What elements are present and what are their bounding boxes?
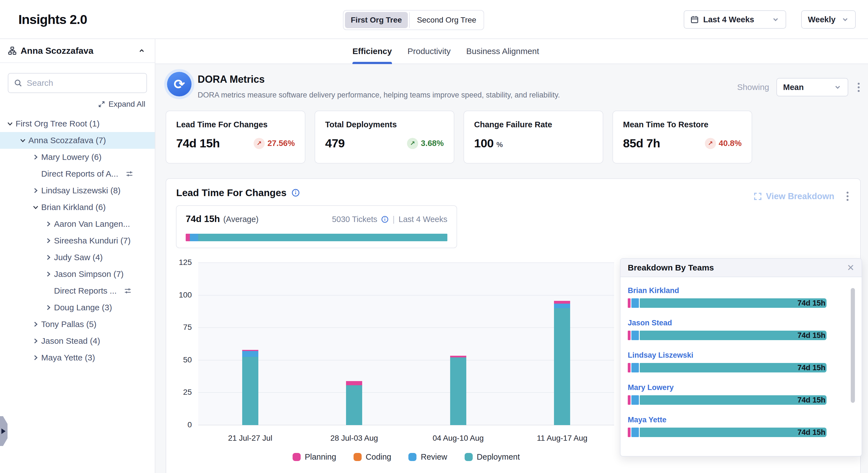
dora-menu-kebab[interactable] [856,81,862,94]
granularity-dropdown[interactable]: Weekly [801,10,856,29]
team-value-label: 74d 15h [797,427,826,437]
stacked-bar-3[interactable] [450,356,466,425]
tree-item-3[interactable]: Mary Lowery (6) [0,149,155,166]
chart-menu-kebab[interactable] [844,189,851,203]
org-tree-option-2[interactable]: Second Org Tree [410,10,484,30]
team-link-5[interactable]: Maya Yette [628,416,666,424]
stacked-bar-4[interactable] [554,301,570,425]
breakdown-panel-header: Breakdown By Teams ✕ [621,259,862,277]
chevron-right-icon[interactable] [30,337,41,344]
gridline-75 [198,327,614,328]
lead-time-summary: 74d 15h (Average) 5030 Tickets | Last 4 … [176,205,457,248]
tree-item-5[interactable]: Lindsay Liszewski (8) [0,182,155,199]
tree-item-8[interactable]: Sireesha Kunduri (7) [0,232,155,249]
close-icon[interactable]: ✕ [847,263,855,272]
breakdown-panel: Breakdown By Teams ✕ Brian Kirkland74d 1… [620,258,862,456]
chevron-right-icon[interactable] [43,271,54,277]
bar-segment-review [242,351,258,357]
main-content: EfficiencyProductivityBusiness Alignment… [155,39,868,473]
tree-item-11[interactable]: Direct Reports ... [0,283,155,299]
tree-item-13[interactable]: Tony Pallas (5) [0,316,155,333]
info-icon[interactable] [291,188,300,197]
summary-phase-bar [186,234,447,241]
metric-card-4: Mean Time To Restore85d 7h↗40.8% [613,111,752,164]
tree-item-1[interactable]: First Org Tree Root (1) [0,115,155,132]
top-header: Insights 2.0 First Org TreeSecond Org Tr… [0,0,868,39]
stacked-bar-2[interactable] [346,381,362,425]
bar-segment-planning [450,356,466,358]
chevron-right-icon[interactable] [30,154,41,160]
org-tree-sidebar: Anna Scozzafava Expand All First Org Tre… [0,39,155,473]
tree-item-12[interactable]: Doug Lange (3) [0,299,155,316]
org-tree-option-1[interactable]: First Org Tree [345,12,408,28]
metric-card-title: Lead Time For Changes [176,120,295,129]
chevron-right-icon[interactable] [43,304,54,311]
tree-item-6[interactable]: Brian Kirkland (6) [0,199,155,216]
tree-item-4[interactable]: Direct Reports of A... [0,166,155,182]
team-link-2[interactable]: Jason Stead [628,319,672,327]
filter-settings-icon[interactable] [124,287,132,295]
tree-item-label: Tony Pallas (5) [41,320,96,329]
metric-card-2: Total Deployments479↗3.68% [315,111,454,164]
info-icon[interactable] [381,216,389,223]
expand-corners-icon [753,192,762,201]
metric-card-1: Lead Time For Changes74d 15h↗27.56% [166,111,305,164]
tree-item-10[interactable]: Jason Simpson (7) [0,266,155,283]
page-title: Insights 2.0 [19,0,87,39]
search-input[interactable] [27,78,141,88]
org-chart-icon [8,46,17,55]
view-breakdown-button[interactable]: View Breakdown [753,191,834,201]
calendar-icon [690,15,699,24]
legend-swatch [465,453,473,461]
tree-item-7[interactable]: Aaron Van Langen... [0,216,155,232]
filter-settings-icon[interactable] [126,170,133,178]
sidebar-collapse-chevron[interactable] [136,46,147,56]
tree-item-14[interactable]: Jason Stead (4) [0,333,155,349]
chevron-down-icon [834,83,842,91]
date-range-dropdown[interactable]: Last 4 Weeks [684,10,786,29]
expand-all-button[interactable]: Expand All [0,100,155,109]
bar-segment-planning [554,301,570,304]
tab-business-alignment[interactable]: Business Alignment [466,39,539,63]
chevron-right-icon[interactable] [43,254,54,261]
x-tick-label: 11 Aug-17 Aug [520,434,604,443]
chevron-down-icon[interactable] [30,204,41,211]
metric-card-unit: % [496,140,503,149]
aggregation-dropdown[interactable]: Mean [776,78,848,96]
y-tick-label: 25 [166,388,192,397]
chevron-right-icon[interactable] [43,237,54,244]
metric-card-title: Mean Time To Restore [623,120,742,129]
tree-item-15[interactable]: Maya Yette (3) [0,349,155,366]
tree-item-9[interactable]: Judy Saw (4) [0,249,155,266]
chevron-right-icon[interactable] [30,187,41,194]
chevron-down-icon[interactable] [4,120,16,127]
team-link-3[interactable]: Lindsay Liszewski [628,351,693,360]
date-range-value: Last 4 Weeks [703,15,754,24]
metric-delta-badge: ↗3.68% [407,138,444,149]
panel-scrollbar-thumb[interactable] [851,288,855,403]
stacked-bar-1[interactable] [242,350,258,425]
tree-item-label: Jason Simpson (7) [54,269,124,279]
gridline-25 [198,392,614,393]
chevron-down-icon[interactable] [17,137,28,144]
chevron-right-icon[interactable] [30,354,41,361]
metric-card-value: 100 [474,137,494,150]
tab-productivity[interactable]: Productivity [408,39,451,63]
bar-segment-review [554,304,570,308]
tree-item-label: Brian Kirkland (6) [41,203,106,212]
team-phase-bar [628,298,827,308]
x-tick-label: 21 Jul-27 Jul [209,434,292,443]
chevron-right-icon[interactable] [30,321,41,328]
tree-item-2[interactable]: Anna Scozzafava (7) [0,132,155,149]
team-link-1[interactable]: Brian Kirkland [628,286,679,295]
team-segment-review [631,395,639,405]
team-phase-bar [628,427,827,437]
team-value-label: 74d 15h [797,363,826,373]
metric-card-value: 74d 15h [176,137,220,150]
chevron-right-icon[interactable] [43,220,54,227]
tab-efficiency[interactable]: Efficiency [352,39,392,63]
sidebar-search [8,73,147,93]
team-phase-bar [628,331,827,340]
team-link-4[interactable]: Mary Lowery [628,383,674,392]
breakdown-panel-body: Brian Kirkland74d 15hJason Stead74d 15hL… [621,277,862,456]
